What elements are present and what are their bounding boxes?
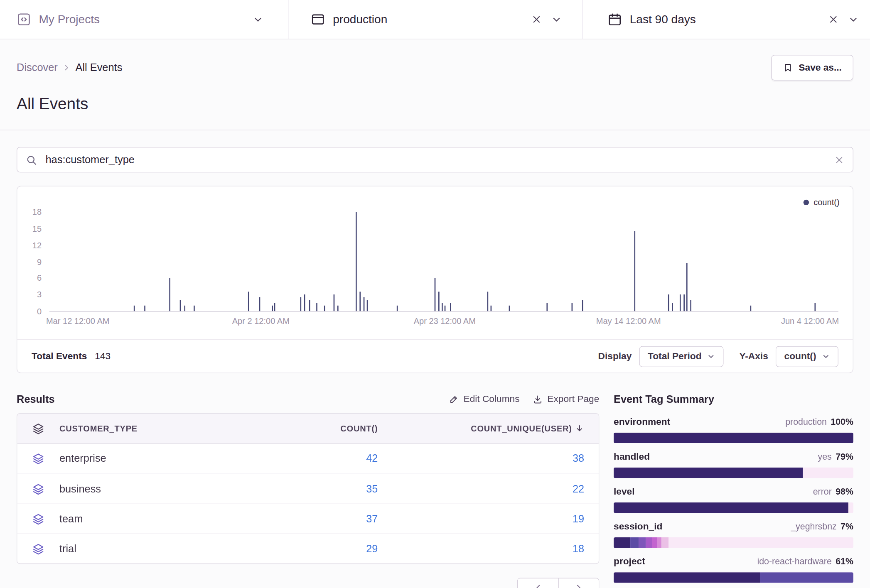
chart-bar[interactable] — [366, 300, 368, 311]
chart-bar[interactable] — [487, 292, 489, 311]
chart-bar[interactable] — [750, 306, 751, 311]
stack-icon[interactable] — [17, 483, 48, 495]
chart-bar[interactable] — [309, 300, 310, 311]
chart-bar[interactable] — [684, 294, 685, 311]
chart-bar[interactable] — [259, 297, 261, 311]
tag-bar-segment[interactable] — [669, 537, 853, 548]
clear-date-range-icon[interactable] — [828, 14, 839, 25]
count-unique-link[interactable]: 18 — [573, 543, 584, 554]
edit-columns-button[interactable]: Edit Columns — [449, 394, 520, 405]
stack-icon[interactable] — [17, 453, 48, 465]
chart-bar[interactable] — [445, 306, 446, 311]
next-page-button[interactable] — [558, 578, 598, 588]
chart-bar[interactable] — [668, 294, 669, 311]
chart-bar[interactable] — [435, 278, 436, 311]
chart-bar[interactable] — [680, 294, 681, 311]
clear-search-icon[interactable] — [834, 154, 844, 165]
tag-distribution-bar[interactable] — [614, 468, 853, 478]
tag-distribution-bar[interactable] — [614, 433, 853, 443]
column-header-count[interactable]: COUNT() — [233, 424, 378, 433]
chart-bar[interactable] — [134, 306, 135, 311]
chart-bar[interactable] — [300, 297, 302, 311]
tag-bar-segment[interactable] — [646, 537, 652, 548]
tag-bar-segment[interactable] — [614, 468, 803, 478]
chart-bar[interactable] — [337, 306, 339, 311]
tag-distribution-bar[interactable] — [614, 502, 853, 513]
chart-bar[interactable] — [304, 294, 305, 311]
chevron-down-icon[interactable] — [253, 14, 264, 25]
count-link[interactable]: 35 — [366, 483, 378, 495]
tag-bar-segment[interactable] — [661, 537, 668, 548]
breadcrumb-discover-link[interactable]: Discover — [17, 61, 58, 74]
count-unique-link[interactable]: 22 — [573, 483, 584, 495]
chart-bar[interactable] — [815, 303, 816, 311]
tag-bar-segment[interactable] — [614, 537, 630, 548]
chart-bar[interactable] — [194, 306, 195, 311]
chart-bar[interactable] — [442, 303, 443, 311]
count-link[interactable]: 42 — [366, 453, 378, 464]
chart-footer: Total Events 143 Display Total Period Y-… — [17, 339, 853, 372]
chart-bar[interactable] — [450, 303, 452, 311]
count-unique-link[interactable]: 19 — [573, 513, 584, 524]
stack-icon[interactable] — [17, 543, 48, 555]
chart-bar[interactable] — [272, 306, 273, 311]
chart-bar[interactable] — [356, 212, 357, 311]
chart-bar[interactable] — [179, 300, 181, 311]
chart-bar[interactable] — [364, 297, 365, 311]
tag-bar-segment[interactable] — [614, 502, 848, 513]
tag-bar-segment[interactable] — [803, 468, 853, 478]
stack-icon[interactable] — [17, 513, 48, 525]
chart-bar[interactable] — [686, 263, 687, 311]
column-header-count-unique[interactable]: COUNT_UNIQUE(USER) — [378, 424, 599, 433]
y-axis-dropdown[interactable]: count() — [776, 346, 838, 367]
tag-bar-segment[interactable] — [652, 537, 657, 548]
chart-bar[interactable] — [572, 303, 573, 311]
chart-bar[interactable] — [690, 300, 691, 311]
chart-legend[interactable]: count() — [804, 197, 839, 207]
environment-selector-label[interactable]: production — [333, 13, 387, 26]
tag-bar-segment[interactable] — [614, 433, 853, 443]
chart-bar[interactable] — [582, 300, 583, 311]
chart-bar[interactable] — [248, 292, 249, 311]
chart-bar[interactable] — [546, 303, 548, 311]
tag-distribution-bar[interactable] — [614, 537, 853, 548]
column-header-customer-type[interactable]: CUSTOMER_TYPE — [48, 424, 233, 433]
date-range-selector-label[interactable]: Last 90 days — [630, 13, 696, 26]
chart-bar[interactable] — [184, 306, 186, 311]
date-range-selector[interactable]: Last 90 days — [582, 0, 870, 39]
tag-bar-segment[interactable] — [614, 572, 760, 583]
tag-bar-segment[interactable] — [639, 537, 646, 548]
environment-selector[interactable]: production — [288, 0, 582, 39]
chart-bar[interactable] — [333, 294, 334, 311]
chevron-down-icon[interactable] — [848, 14, 859, 25]
chart-bar[interactable] — [509, 306, 510, 311]
save-as-button[interactable]: Save as... — [772, 55, 853, 80]
tag-distribution-bar[interactable] — [614, 572, 853, 583]
chart-bar[interactable] — [274, 303, 275, 311]
chart-bar[interactable] — [396, 306, 398, 311]
export-page-button[interactable]: Export Page — [533, 394, 600, 405]
chart-bar[interactable] — [316, 303, 317, 311]
count-link[interactable]: 37 — [366, 513, 378, 524]
tag-bar-segment[interactable] — [657, 537, 662, 548]
tag-bar-segment[interactable] — [848, 502, 853, 513]
chart-bar[interactable] — [359, 292, 361, 311]
tag-bar-segment[interactable] — [760, 572, 853, 583]
chart-bar[interactable] — [324, 306, 325, 311]
chart-bar[interactable] — [490, 306, 492, 311]
clear-environment-icon[interactable] — [531, 14, 542, 25]
chart-bar[interactable] — [672, 303, 673, 311]
chart-bar[interactable] — [438, 292, 440, 311]
project-selector-label[interactable]: My Projects — [39, 13, 99, 26]
chart-bar[interactable] — [634, 231, 635, 311]
project-selector[interactable]: My Projects — [0, 0, 288, 39]
display-dropdown[interactable]: Total Period — [639, 346, 724, 367]
tag-bar-segment[interactable] — [630, 537, 639, 548]
count-link[interactable]: 29 — [366, 543, 378, 554]
search-input[interactable] — [44, 153, 827, 167]
chart-bar[interactable] — [144, 306, 145, 311]
previous-page-button[interactable] — [518, 578, 558, 588]
chevron-down-icon[interactable] — [551, 14, 562, 25]
count-unique-link[interactable]: 38 — [573, 453, 584, 464]
chart-bar[interactable] — [170, 278, 171, 311]
